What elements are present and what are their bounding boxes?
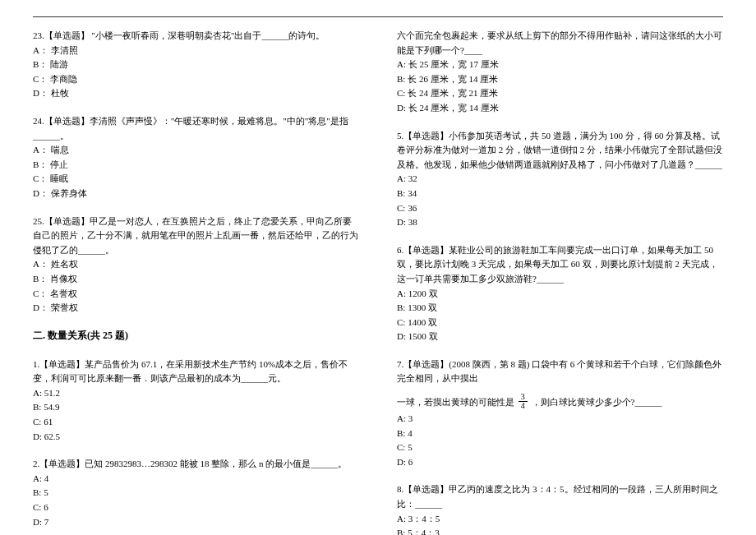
question-stem: 5.【单选题】小伟参加英语考试，共 50 道题，满分为 100 分，得 60 分… [397, 129, 723, 173]
question-23: 23.【单选题】 "小楼一夜听春雨，深巷明朝卖杏花"出自于______的诗句。 … [33, 29, 359, 101]
question-options: A： 李清照 B： 陆游 C： 李商隐 D： 杜牧 [33, 44, 359, 101]
stem-text-a: 一球，若摸出黄球的可能性是 [397, 397, 514, 407]
question-stem: 24.【单选题】李清照《声声慢》："午暖还寒时候，最难将息。"中的"将息"是指_… [33, 114, 359, 143]
option-b: B： 陆游 [33, 58, 359, 72]
top-rule [33, 16, 723, 17]
question-stem: 25.【单选题】甲乙是一对恋人，在互换照片之后，终止了恋爱关系，甲向乙所要自己的… [33, 214, 359, 258]
two-column-layout: 23.【单选题】 "小楼一夜听春雨，深巷明朝卖杏花"出自于______的诗句。 … [33, 29, 723, 535]
option-d: D: 7 [33, 515, 359, 530]
option-d: D： 保养身体 [33, 187, 359, 201]
question-2-5: 5.【单选题】小伟参加英语考试，共 50 道题，满分为 100 分，得 60 分… [397, 129, 723, 230]
option-b: B: 5：4：3 [397, 526, 723, 535]
option-b: B: 54.9 [33, 400, 359, 415]
option-b: B: 34 [397, 187, 723, 201]
option-c: C: 6 [33, 500, 359, 515]
option-a: A: 3 [397, 412, 723, 427]
option-b: B: 5 [33, 486, 359, 500]
option-a: A: 32 [397, 172, 723, 187]
option-b: B: 长 26 厘米，宽 14 厘米 [397, 72, 723, 87]
question-options: A: 51.2 B: 54.9 C: 61 D: 62.5 [33, 386, 359, 444]
section-title: 二. 数量关系(共 25 题) [33, 329, 359, 343]
option-c: C： 睡眠 [33, 172, 359, 187]
question-25: 25.【单选题】甲乙是一对恋人，在互换照片之后，终止了恋爱关系，甲向乙所要自己的… [33, 214, 359, 316]
option-c: C: 5 [397, 440, 723, 455]
option-d: D: 长 24 厘米，宽 14 厘米 [397, 101, 723, 116]
option-a: A： 李清照 [33, 44, 359, 58]
question-stem: 6.【单选题】某鞋业公司的旅游鞋加工车间要完成一出口订单，如果每天加工 50 双… [397, 243, 723, 287]
question-2-4-cont: 六个面完全包裹起来，要求从纸上剪下的部分不得用作贴补，请问这张纸的大小可能是下列… [397, 29, 723, 116]
question-stem: 8.【单选题】甲乙丙的速度之比为 3：4：5。经过相同的一段路，三人所用时间之比… [397, 482, 723, 511]
option-a: A: 1200 双 [397, 287, 723, 302]
question-options: A: 3：4：5 B: 5：4：3 C: 20：15：12 D: 12：8：5 [397, 512, 723, 535]
question-options: A: 3 B: 4 C: 5 D: 6 [397, 412, 723, 469]
fraction-denominator: 4 [519, 402, 528, 410]
option-d: D： 杜牧 [33, 86, 359, 101]
question-options: A： 喘息 B： 停止 C： 睡眠 D： 保养身体 [33, 143, 359, 201]
option-a: A: 4 [33, 472, 359, 487]
question-24: 24.【单选题】李清照《声声慢》："午暖还寒时候，最难将息。"中的"将息"是指_… [33, 114, 359, 201]
left-column: 23.【单选题】 "小楼一夜听春雨，深巷明朝卖杏花"出自于______的诗句。 … [33, 29, 359, 535]
question-stem: 23.【单选题】 "小楼一夜听春雨，深巷明朝卖杏花"出自于______的诗句。 [33, 29, 359, 44]
option-b: B： 停止 [33, 158, 359, 173]
option-d: D: 62.5 [33, 430, 359, 445]
option-d: D： 荣誉权 [33, 301, 359, 316]
option-a: A: 51.2 [33, 386, 359, 401]
option-a: A： 喘息 [33, 143, 359, 158]
option-c: C: 61 [33, 415, 359, 430]
option-b: B: 4 [397, 427, 723, 441]
option-d: D: 6 [397, 455, 723, 470]
question-2-1: 1.【单选题】某产品售价为 67.1，在采用新技术生产节约 10%成本之后，售价… [33, 357, 359, 445]
question-stem-line1: 7.【单选题】(2008 陕西，第 8 题) 口袋中有 6 个黄球和若干个白球，… [397, 357, 723, 386]
right-column: 六个面完全包裹起来，要求从纸上剪下的部分不得用作贴补，请问这张纸的大小可能是下列… [397, 29, 723, 535]
question-stem: 1.【单选题】某产品售价为 67.1，在采用新技术生产节约 10%成本之后，售价… [33, 357, 359, 386]
option-c: C: 1400 双 [397, 316, 723, 330]
fraction-icon: 3 4 [519, 393, 528, 410]
option-a: A: 长 25 厘米，宽 17 厘米 [397, 58, 723, 72]
option-b: B: 1300 双 [397, 301, 723, 316]
option-d: D: 1500 双 [397, 330, 723, 344]
question-options: A： 姓名权 B： 肖像权 C： 名誉权 D： 荣誉权 [33, 257, 359, 315]
option-d: D: 38 [397, 215, 723, 230]
question-stem-line2: 一球，若摸出黄球的可能性是 3 4 ，则白球比黄球少多少个?______ [397, 394, 723, 412]
option-c: C： 名誉权 [33, 287, 359, 302]
question-2-6: 6.【单选题】某鞋业公司的旅游鞋加工车间要完成一出口订单，如果每天加工 50 双… [397, 243, 723, 344]
option-a: A： 姓名权 [33, 257, 359, 272]
stem-text-b: ，则白球比黄球少多少个?______ [532, 397, 662, 407]
option-a: A: 3：4：5 [397, 512, 723, 527]
question-stem: 2.【单选题】已知 29832983…298302 能被 18 整除，那么 n … [33, 457, 359, 472]
question-options: A: 1200 双 B: 1300 双 C: 1400 双 D: 1500 双 [397, 287, 723, 344]
question-options: A: 4 B: 5 C: 6 D: 7 [33, 472, 359, 529]
option-c: C： 李商隐 [33, 72, 359, 87]
question-2-7: 7.【单选题】(2008 陕西，第 8 题) 口袋中有 6 个黄球和若干个白球，… [397, 357, 723, 470]
question-2-2: 2.【单选题】已知 29832983…298302 能被 18 整除，那么 n … [33, 457, 359, 529]
question-2-8: 8.【单选题】甲乙丙的速度之比为 3：4：5。经过相同的一段路，三人所用时间之比… [397, 482, 723, 535]
option-c: C: 36 [397, 201, 723, 216]
question-options: A: 32 B: 34 C: 36 D: 38 [397, 172, 723, 229]
option-b: B： 肖像权 [33, 272, 359, 287]
question-options: A: 长 25 厘米，宽 17 厘米 B: 长 26 厘米，宽 14 厘米 C:… [397, 58, 723, 115]
question-stem: 六个面完全包裹起来，要求从纸上剪下的部分不得用作贴补，请问这张纸的大小可能是下列… [397, 29, 723, 58]
option-c: C: 长 24 厘米，宽 21 厘米 [397, 86, 723, 101]
